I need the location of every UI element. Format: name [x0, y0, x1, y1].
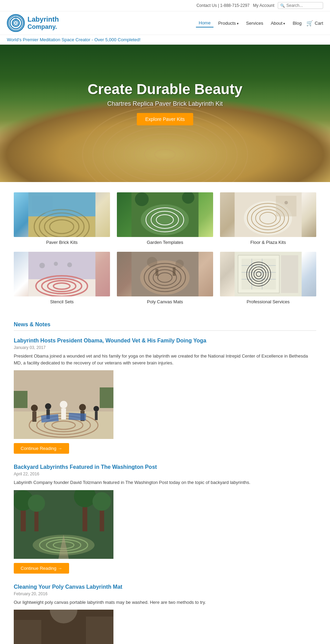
news-text-3: Our lightweight poly canvas portable lab… [14, 599, 316, 606]
product-label-stencil: Stencil Sets [14, 299, 110, 304]
svg-point-35 [285, 201, 288, 204]
product-label-garden: Garden Templates [117, 240, 213, 245]
news-section: News & Notes Labyrinth Hosts President O… [0, 315, 330, 644]
svg-point-42 [40, 263, 45, 268]
svg-point-93 [28, 495, 45, 512]
svg-point-44 [67, 262, 72, 267]
svg-point-75 [31, 405, 38, 411]
svg-point-11 [144, 144, 186, 165]
news-date-1: January 03, 2017 [14, 345, 316, 350]
logo: Labyrinth Company. [7, 14, 59, 32]
news-item-2: Backyard Labyrinths Featured in The Wash… [14, 464, 316, 574]
hero-cta-button[interactable]: Explore Paver Kits [137, 113, 193, 125]
logo-line2: Company. [28, 23, 59, 31]
cart-button[interactable]: 🛒 Cart [306, 20, 323, 26]
svg-rect-76 [32, 411, 36, 422]
svg-rect-109 [86, 617, 113, 644]
product-item-canvas[interactable]: Poly Canvas Mats [117, 252, 213, 304]
svg-point-83 [94, 406, 99, 411]
svg-rect-54 [173, 267, 176, 276]
product-label-paver: Paver Brick Kits [14, 240, 110, 245]
news-item-3: Cleaning Your Poly Canvas Labyrinth Mat … [14, 584, 316, 644]
paver-img-svg [14, 192, 110, 237]
search-input[interactable] [286, 3, 321, 8]
logo-icon [7, 14, 25, 32]
news-title-3[interactable]: Cleaning Your Poly Canvas Labyrinth Mat [14, 584, 316, 590]
logo-line1: Labyrinth [28, 15, 59, 23]
nav-services[interactable]: Services [243, 19, 266, 27]
news-title-2[interactable]: Backyard Labyrinths Featured in The Wash… [14, 464, 316, 470]
continue-reading-1[interactable]: Continue Reading → [14, 443, 69, 454]
product-item-floor[interactable]: Floor & Plaza Kits [220, 192, 316, 245]
svg-point-8 [113, 127, 217, 182]
continue-reading-2[interactable]: Continue Reading → [14, 563, 69, 574]
product-image-services [220, 252, 316, 296]
svg-point-26 [135, 192, 149, 206]
svg-point-97 [92, 492, 111, 511]
product-image-floor [220, 192, 316, 237]
svg-rect-84 [95, 411, 98, 420]
account-link[interactable]: My Account [253, 3, 274, 8]
stencil-img-svg [14, 252, 110, 296]
news1-svg [14, 370, 113, 439]
news2-svg [14, 490, 113, 559]
nav-products[interactable]: Products [216, 19, 241, 27]
svg-rect-20 [32, 196, 53, 213]
nav-home[interactable]: Home [196, 19, 213, 27]
svg-rect-108 [14, 620, 41, 644]
svg-point-52 [176, 260, 184, 268]
logo-text: Labyrinth Company. [28, 15, 59, 31]
news-title-1[interactable]: Labyrinth Hosts President Obama, Wounded… [14, 338, 316, 344]
header: Labyrinth Company. Home Products Service… [0, 11, 330, 35]
cart-label: Cart [315, 21, 323, 26]
product-item-garden[interactable]: Garden Templates [117, 192, 213, 245]
svg-point-4 [15, 22, 16, 24]
news-item-1: Labyrinth Hosts President Obama, Wounded… [14, 338, 316, 454]
logo-svg [8, 15, 24, 31]
search-icon: 🔍 [280, 3, 285, 8]
product-label-canvas: Poly Canvas Mats [117, 299, 213, 304]
news-text-1: President Obama joined a wounded vet and… [14, 353, 316, 366]
product-image-garden [117, 192, 213, 237]
news-image-2 [14, 490, 113, 559]
svg-point-2 [12, 19, 20, 27]
product-item-paver[interactable]: Paver Brick Kits [14, 192, 110, 245]
news-date-3: February 20, 2016 [14, 591, 316, 596]
product-image-paver [14, 192, 110, 237]
product-label-services: Professional Services [220, 299, 316, 304]
svg-point-51 [147, 257, 157, 267]
news-image-1 [14, 370, 113, 439]
product-label-floor: Floor & Plaza Kits [220, 240, 316, 245]
nav-about[interactable]: About [268, 19, 288, 27]
cart-icon: 🛒 [306, 20, 313, 26]
svg-rect-88 [100, 387, 113, 408]
hero-content: Create Durable Beauty Chartres Replica P… [88, 81, 243, 125]
news-image-3 [14, 610, 113, 644]
nav-blog[interactable]: Blog [290, 19, 304, 27]
hero-subtitle: Chartres Replica Paver Brick Labyrinth K… [88, 100, 243, 108]
svg-point-9 [124, 134, 206, 175]
product-grid: Paver Brick Kits Garden Templates [0, 182, 330, 315]
product-item-services[interactable]: Professional Services [220, 252, 316, 304]
svg-point-12 [155, 149, 175, 160]
svg-point-7 [103, 120, 227, 182]
svg-point-1 [10, 18, 21, 29]
svg-rect-34 [276, 196, 297, 216]
svg-rect-68 [281, 255, 298, 293]
search-wrap: 🔍 [278, 2, 323, 9]
contact-link[interactable]: Contact Us | 1-888-715-2297 [196, 3, 250, 8]
product-item-stencil[interactable]: Stencil Sets [14, 252, 110, 304]
svg-rect-53 [156, 269, 158, 276]
svg-point-77 [45, 403, 51, 409]
floor-img-svg [220, 192, 316, 237]
main-nav: Home Products Services About Blog 🛒 Cart [196, 19, 323, 27]
news3-svg [14, 610, 113, 644]
top-bar: Contact Us | 1-888-715-2297 My Account 🔍 [0, 0, 330, 11]
svg-point-79 [60, 401, 67, 408]
svg-point-0 [9, 16, 23, 30]
services-img-svg [220, 252, 316, 296]
svg-rect-87 [14, 391, 28, 408]
canvas-img-svg [117, 252, 213, 296]
svg-rect-80 [61, 408, 66, 419]
product-image-canvas [117, 252, 213, 296]
